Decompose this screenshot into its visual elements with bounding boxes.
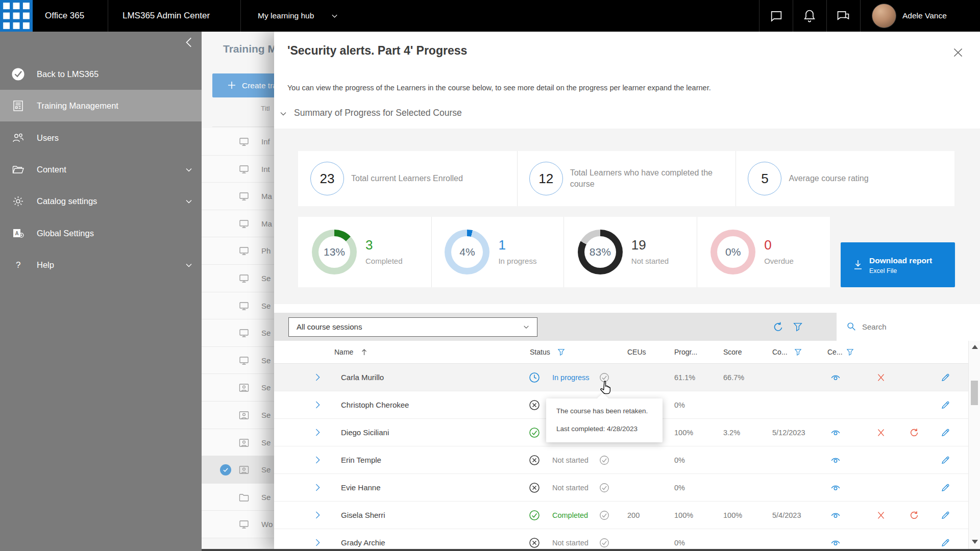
col-completion[interactable]: Co... [772,341,788,364]
pencil-icon[interactable] [940,482,951,493]
expand-learner-icon[interactable] [313,428,323,437]
learner-row[interactable]: Grady Archie Not started 0% [274,529,968,551]
hub-switcher[interactable]: My learning hub [258,0,314,32]
circle-check-icon [528,427,541,439]
sidebar-item[interactable]: Training Management [0,90,202,121]
donut-count: 3 [365,237,373,253]
sidebar-item[interactable]: Back to LMS365 [0,58,202,90]
mark-completed-toggle-icon[interactable] [599,537,610,548]
eye-icon[interactable] [830,482,841,493]
scrollbar-thumb[interactable] [971,381,978,405]
avatar[interactable] [872,4,896,28]
col-progress[interactable]: Progr... [674,341,697,364]
pencil-icon[interactable] [940,399,951,411]
close-icon[interactable] [951,46,965,59]
mark-completed-toggle-icon[interactable] [599,455,610,466]
collapse-section-icon[interactable] [279,109,288,118]
col-ceus[interactable]: CEUs [627,341,646,364]
expand-learner-icon[interactable] [313,510,323,520]
course-sessions-select[interactable]: All course sessions [288,317,537,337]
bell-icon[interactable] [802,9,817,23]
col-certificate[interactable]: Ce... [827,341,843,364]
eye-icon[interactable] [830,455,841,466]
progress-donut-card: 83% 19 Not started [564,217,697,287]
eye-icon[interactable] [830,372,841,383]
circle-check-icon [528,509,541,521]
sidebar-collapse-button[interactable] [183,36,196,49]
expand-learner-icon[interactable] [313,455,323,465]
search-icon [846,321,857,332]
app-launcher-button[interactable] [0,0,33,32]
x-mark-icon[interactable] [875,510,887,521]
sidebar-item[interactable]: Content [0,154,202,185]
sort-ascending-icon[interactable] [360,348,369,357]
sidebar-item[interactable]: A Global Settings [0,217,202,249]
refresh-icon[interactable] [772,321,785,333]
progress-value: 100% [674,419,693,446]
sidebar-item[interactable]: Users [0,122,202,154]
summary-section-heading[interactable]: Summary of Progress for Selected Course [294,108,462,118]
expand-learner-icon[interactable] [313,372,323,382]
filter-funnel-icon[interactable] [794,348,802,357]
score-value: 66.7% [723,364,744,391]
feedback-icon[interactable] [836,9,850,23]
donut-chart: 4% [445,230,489,274]
pencil-icon[interactable] [940,455,951,466]
search-input[interactable] [861,313,973,341]
retake-icon[interactable] [909,510,920,521]
scroll-down-icon[interactable] [972,540,978,544]
completion-date: 5/4/2023 [772,502,801,529]
learner-row[interactable]: Carla Murillo In progress 61.1% 66.7% [274,364,968,391]
eye-icon[interactable] [830,510,841,521]
status-label: Not started [552,446,589,474]
brand-office365[interactable]: Office 365 [45,0,84,32]
monitor-icon [238,518,250,531]
pencil-icon[interactable] [940,372,951,383]
training-title: Ma [261,210,272,238]
retake-icon[interactable] [909,427,920,438]
training-title: Se [261,484,271,511]
learner-row[interactable]: Gisela Sherri Completed 200 100% 100% 5/… [274,502,968,529]
expand-learner-icon[interactable] [313,400,323,410]
eye-icon[interactable] [830,427,841,438]
circle-x-icon [528,537,541,549]
training-title: Se [261,456,271,484]
filter-funnel-icon[interactable] [557,348,566,357]
learner-row[interactable]: Erin Temple Not started 0% [274,446,968,474]
vertical-scrollbar[interactable] [968,341,980,549]
expand-learner-icon[interactable] [313,538,323,547]
x-mark-icon[interactable] [875,427,887,438]
chevron-down-icon[interactable] [331,12,338,20]
learner-row[interactable]: Evie Hanne Not started 0% [274,474,968,502]
col-status[interactable]: Status [530,341,550,364]
scroll-up-icon[interactable] [972,345,978,349]
completion-date: 5/12/2023 [772,419,805,446]
sidebar-item[interactable]: ? Help [0,249,202,281]
circle-x-icon [528,482,541,494]
col-name[interactable]: Name [334,341,353,364]
mark-completed-toggle-icon[interactable] [599,510,610,521]
modal-description: You can view the progress of the Learner… [287,84,711,92]
x-mark-icon[interactable] [875,372,887,383]
sidebar-item-label: Catalog settings [37,185,97,217]
filter-funnel-icon[interactable] [792,321,803,333]
mark-completed-toggle-icon[interactable] [599,482,610,493]
pencil-icon[interactable] [940,427,951,438]
download-report-button[interactable]: Download report Excel File [841,242,955,287]
user-name[interactable]: Adele Vance [902,0,947,32]
col-score[interactable]: Score [723,341,742,364]
sidebar-item[interactable]: Catalog settings [0,185,202,217]
ceus-value: 200 [627,502,640,529]
expand-learner-icon[interactable] [313,483,323,492]
learner-name: Carla Murillo [341,364,384,391]
pencil-icon[interactable] [940,537,951,548]
monitor-icon [238,136,250,148]
score-value: 3.2% [723,419,740,446]
chat-icon[interactable] [769,9,783,23]
pencil-icon[interactable] [940,510,951,521]
eye-icon[interactable] [830,537,841,548]
filter-funnel-icon[interactable] [846,348,854,357]
donut-label: Overdue [764,257,794,265]
admin-center-title[interactable]: LMS365 Admin Center [122,0,210,32]
learner-name: Christoph Cherokee [341,391,409,419]
